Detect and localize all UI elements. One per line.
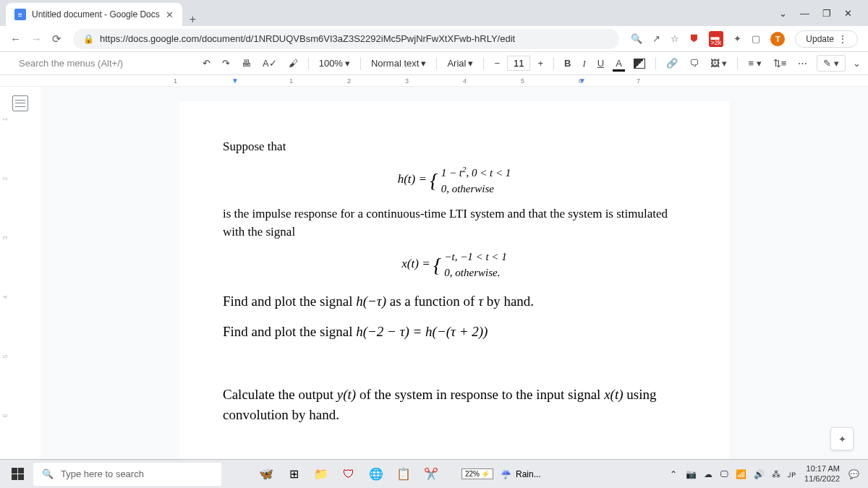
bold-button[interactable]: B [560, 56, 575, 71]
clock[interactable]: 10:17 AM 11/6/2022 [804, 464, 840, 483]
italic-button[interactable]: I [578, 56, 590, 72]
collapse-toolbar-icon[interactable]: ⌄ [853, 58, 861, 69]
search-icon: 🔍 [42, 468, 54, 479]
increase-font-button[interactable]: + [533, 56, 548, 70]
horizontal-ruler[interactable]: 1 ▼ 1 2 3 4 5 ▼ 6 7 [0, 75, 868, 87]
taskbar-app-icon[interactable]: 🦋 [253, 461, 279, 487]
outline-button[interactable] [12, 95, 28, 111]
bookmark-icon[interactable]: ☆ [671, 33, 679, 44]
spellcheck-button[interactable]: A✓ [258, 56, 281, 71]
editing-mode-button[interactable]: ✎ ▾ [817, 55, 846, 72]
url-text: https://docs.google.com/document/d/1NRDU… [100, 33, 515, 44]
puzzle-icon[interactable]: ✦ [733, 33, 741, 44]
task-view-icon[interactable]: ⊞ [281, 461, 307, 487]
paragraph: Find and plot the signal h(−τ) as a func… [223, 291, 686, 312]
paragraph: Calculate the output y(t) of the system … [223, 385, 686, 426]
lock-icon: 🔒 [83, 34, 94, 44]
link-button[interactable]: 🔗 [662, 56, 682, 71]
shield-icon[interactable]: ⛊ [689, 33, 699, 44]
file-explorer-icon[interactable]: 📁 [308, 461, 334, 487]
style-select[interactable]: Normal text ▾ [367, 56, 430, 71]
chrome-icon[interactable]: 🌐 [363, 461, 389, 487]
battery-indicator[interactable]: 22%⚡ [461, 468, 493, 479]
more-button[interactable]: ⋯ [793, 56, 812, 71]
language-icon[interactable]: ᴊᴘ [788, 469, 796, 479]
redo-button[interactable]: ↷ [218, 56, 234, 71]
browser-tab[interactable]: ≡ Untitled document - Google Docs ✕ [6, 3, 182, 26]
equation-h: h(t) = { 1 − t2, 0 < t < 1 0, otherwise [223, 163, 686, 197]
update-button[interactable]: Update ⋮ [795, 30, 858, 48]
minimize-icon[interactable]: — [800, 8, 809, 19]
network-icon[interactable]: 📶 [736, 469, 746, 479]
paint-format-button[interactable]: 🖌 [284, 56, 302, 71]
line-spacing-button[interactable]: ⇅≡ [769, 56, 791, 71]
stop-icon[interactable]: ▢ [752, 33, 760, 44]
tray-misc-icon[interactable]: ⁂ [772, 469, 780, 479]
new-tab-button[interactable]: + [182, 13, 203, 26]
maximize-icon[interactable]: ❐ [822, 8, 831, 19]
zoom-select[interactable]: 100% ▾ [315, 56, 354, 71]
highlight-button[interactable] [629, 56, 650, 71]
weather-icon: ☔ [501, 469, 511, 479]
align-button[interactable]: ≡ ▾ [744, 56, 765, 71]
forward-button[interactable]: → [31, 33, 42, 46]
start-button[interactable] [3, 460, 32, 489]
taskbar-search[interactable]: 🔍 Type here to search [33, 463, 221, 486]
tray-expand-icon[interactable]: ⌃ [670, 469, 677, 479]
tab-close-icon[interactable]: ✕ [166, 9, 174, 20]
tab-title: Untitled document - Google Docs [32, 9, 160, 20]
back-button[interactable]: ← [10, 33, 21, 46]
snip-icon[interactable]: ✂️ [418, 461, 444, 487]
profile-avatar[interactable]: T [770, 32, 785, 46]
text-color-button[interactable]: A [611, 56, 626, 71]
paragraph: is the impulse response for a continuous… [223, 205, 686, 241]
equation-x: x(t) = { −t, −1 < t < 1 0, otherwise. [223, 249, 686, 281]
camera-icon[interactable]: 📷 [686, 469, 697, 479]
docs-favicon: ≡ [14, 9, 26, 20]
windows-taskbar: 🔍 Type here to search 🦋 ⊞ 📁 🛡 🌐 📋 ✂️ 22%… [0, 459, 868, 488]
mcafee-icon[interactable]: 🛡 [336, 461, 362, 487]
search-icon[interactable]: 🔍 [631, 33, 642, 44]
undo-button[interactable]: ↶ [198, 56, 215, 71]
extension-badge[interactable]: >2k [709, 31, 724, 47]
address-bar[interactable]: 🔒 https://docs.google.com/document/d/1NR… [73, 29, 619, 49]
weather-widget[interactable]: ☔ Rain... [495, 469, 547, 479]
font-size-input[interactable]: 11 [507, 56, 530, 71]
paragraph: Find and plot the signal h(−2 − τ) = h(−… [223, 322, 686, 343]
display-icon[interactable]: 🖵 [720, 469, 728, 479]
reload-button[interactable]: ⟳ [52, 33, 61, 46]
app-icon[interactable]: 📋 [391, 461, 417, 487]
chevron-down-icon[interactable]: ⌄ [779, 8, 787, 19]
onedrive-icon[interactable]: ☁ [704, 469, 712, 479]
explore-button[interactable]: ✦ [830, 427, 854, 450]
image-button[interactable]: 🖼 ▾ [706, 56, 732, 71]
font-select[interactable]: Arial ▾ [443, 56, 477, 71]
vertical-ruler: 123 456 [3, 116, 7, 419]
notifications-icon[interactable]: 💬 [848, 469, 859, 479]
indent-marker-left[interactable]: ▼ [231, 77, 239, 85]
volume-icon[interactable]: 🔊 [754, 469, 765, 479]
comment-button[interactable]: 🗨 [685, 56, 703, 71]
print-button[interactable]: 🖶 [237, 56, 255, 71]
decrease-font-button[interactable]: − [490, 56, 504, 70]
close-window-icon[interactable]: ✕ [844, 8, 852, 19]
menu-search-input[interactable]: Search the menus (Alt+/) [7, 58, 195, 69]
underline-button[interactable]: U [593, 56, 608, 71]
share-icon[interactable]: ↗ [652, 33, 660, 44]
document-body[interactable]: Suppose that h(t) = { 1 − t2, 0 < t < 1 … [179, 101, 729, 459]
paragraph: Suppose that [223, 137, 686, 156]
